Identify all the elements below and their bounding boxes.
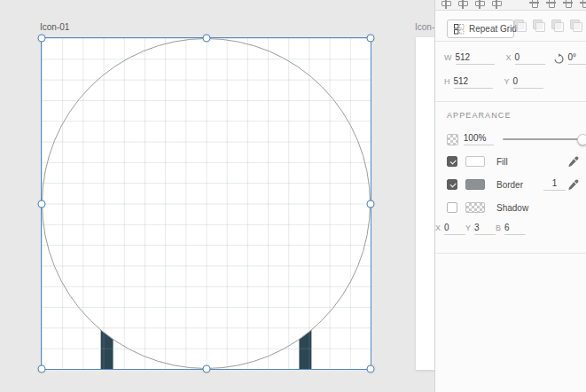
align-right-icon[interactable] — [563, 0, 573, 10]
fill-checkbox[interactable] — [447, 156, 457, 167]
distribute-vertical-icon[interactable] — [491, 0, 501, 10]
align-left-icon[interactable] — [529, 0, 539, 10]
y-label: Y — [504, 77, 510, 86]
border-width-value[interactable]: 1 — [543, 178, 566, 191]
opacity-slider-handle[interactable] — [577, 134, 586, 145]
distribute-horizontal-icon[interactable] — [580, 0, 586, 10]
border-row: Border 1 — [435, 176, 586, 192]
artboard-icon-02[interactable] — [416, 37, 434, 370]
shadow-y-field[interactable]: Y 3 — [465, 223, 496, 235]
checkmark-icon — [449, 158, 456, 164]
x-label: X — [506, 53, 512, 62]
boolean-add-icon[interactable] — [514, 20, 527, 32]
align-top-icon[interactable] — [441, 0, 450, 10]
resize-handle-top-right[interactable] — [367, 35, 375, 43]
y-field[interactable]: Y 0 — [504, 76, 543, 89]
width-field[interactable]: W 512 — [444, 52, 495, 65]
shadow-y-label: Y — [465, 223, 471, 232]
resize-handle-bottom-right[interactable] — [367, 365, 375, 373]
shadow-x-field[interactable]: X 0 — [435, 223, 465, 235]
width-value[interactable]: 512 — [456, 52, 495, 65]
height-value[interactable]: 512 — [454, 76, 493, 89]
alignment-toolbar — [435, 0, 586, 11]
fill-label: Fill — [496, 157, 508, 167]
shadow-checkbox[interactable] — [447, 202, 457, 213]
opacity-slider[interactable] — [503, 133, 586, 145]
size-position-row-2: H 512 Y 0 — [435, 73, 586, 92]
shadow-label: Shadow — [496, 203, 528, 213]
shadow-x-label: X — [435, 223, 441, 232]
fill-eyedropper-icon[interactable] — [568, 156, 579, 167]
shadow-params-row: X 0 Y 3 B 6 — [435, 221, 586, 237]
property-inspector-panel: Repeat Grid W 512 X 0 0° — [434, 0, 586, 392]
resize-handle-middle-left[interactable] — [38, 200, 46, 208]
boolean-exclude-icon[interactable] — [570, 20, 582, 32]
repeat-grid-button[interactable]: Repeat Grid — [447, 20, 514, 38]
boolean-subtract-icon[interactable] — [533, 20, 545, 32]
appearance-header: APPEARANCE — [447, 111, 512, 120]
artboard-shapes — [42, 38, 371, 369]
opacity-slider-track[interactable] — [503, 138, 586, 140]
border-color-swatch[interactable] — [465, 179, 485, 190]
resize-handle-top-center[interactable] — [202, 35, 210, 43]
shadow-color-swatch[interactable] — [465, 202, 485, 213]
height-field[interactable]: H 512 — [444, 76, 493, 89]
size-position-row-1: W 512 X 0 0° — [435, 49, 586, 68]
rotation-field[interactable]: 0° — [553, 52, 586, 65]
repeat-grid-row: Repeat Grid — [435, 12, 586, 42]
artboard-icon-01[interactable] — [41, 37, 371, 370]
section-divider — [435, 101, 586, 102]
repeat-grid-button-label: Repeat Grid — [469, 24, 517, 34]
x-field[interactable]: X 0 — [506, 52, 545, 65]
y-value[interactable]: 0 — [513, 76, 543, 89]
repeat-grid-icon — [454, 24, 465, 35]
fill-row: Fill — [435, 153, 586, 169]
opacity-field[interactable]: 100% — [464, 133, 494, 145]
shadow-blur-value[interactable]: 6 — [504, 223, 526, 235]
width-label: W — [444, 53, 452, 62]
resize-handle-middle-right[interactable] — [367, 200, 375, 208]
height-label: H — [444, 77, 450, 86]
shadow-blur-field[interactable]: B 6 — [496, 223, 526, 235]
circle-shape[interactable] — [42, 38, 370, 368]
shadow-row: Shadow — [435, 200, 586, 216]
border-label: Border — [496, 180, 523, 190]
resize-handle-bottom-left[interactable] — [38, 365, 46, 373]
x-value[interactable]: 0 — [515, 52, 545, 65]
checkmark-icon — [449, 181, 456, 187]
boolean-intersect-icon[interactable] — [551, 20, 564, 32]
border-checkbox[interactable] — [447, 179, 457, 190]
opacity-value[interactable]: 100% — [464, 133, 494, 145]
section-divider — [435, 253, 586, 254]
rotation-icon — [553, 53, 565, 65]
artboard-title-icon-01[interactable]: Icon-01 — [40, 22, 69, 32]
shadow-y-value[interactable]: 3 — [474, 223, 496, 235]
border-width-field[interactable]: 1 — [543, 178, 566, 191]
shadow-x-value[interactable]: 0 — [444, 223, 465, 235]
shadow-blur-label: B — [496, 223, 501, 232]
resize-handle-bottom-center[interactable] — [202, 365, 210, 373]
opacity-row: 100% — [435, 130, 586, 148]
align-center-icon[interactable] — [546, 0, 556, 10]
artboard-title-icon-02[interactable]: Icon-02 — [415, 22, 434, 32]
rotation-value[interactable]: 0° — [568, 52, 586, 65]
opacity-checker-icon — [447, 134, 458, 145]
border-eyedropper-icon[interactable] — [568, 179, 579, 190]
fill-color-swatch[interactable] — [465, 156, 485, 167]
align-middle-icon[interactable] — [457, 0, 467, 10]
align-bottom-icon[interactable] — [474, 0, 484, 10]
resize-handle-top-left[interactable] — [38, 35, 46, 43]
